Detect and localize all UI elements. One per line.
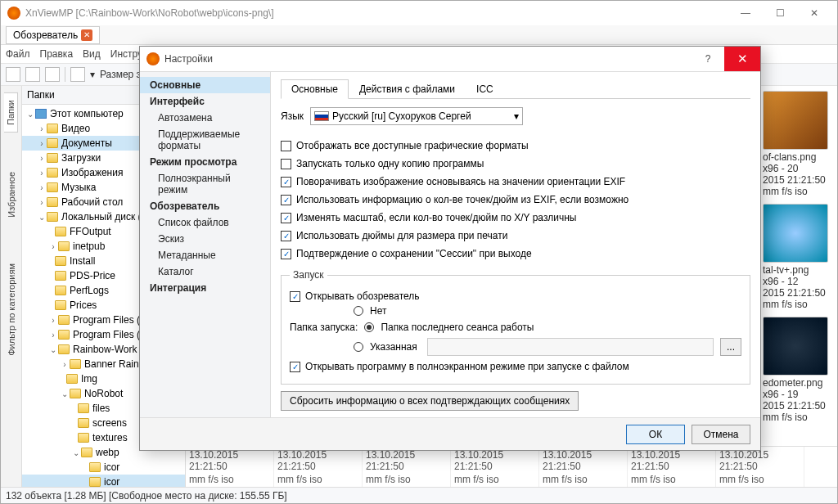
thumbnail-image: [763, 91, 828, 150]
strip-cell[interactable]: 13.10.2015 21:21:50mm f/s iso: [451, 447, 539, 487]
tree-item[interactable]: icor: [22, 475, 185, 487]
vtab-favorites[interactable]: Избранное: [5, 165, 18, 224]
radio-last-folder[interactable]: [364, 322, 374, 332]
startup-folder-label: Папка запуска:: [290, 322, 358, 333]
chevron-down-icon: ▾: [514, 110, 519, 122]
statusbar: 132 объекта [1.28 МБ] [Свободное место н…: [1, 487, 837, 503]
strip-cell[interactable]: 13.10.2015 21:21:50mm f/s iso: [628, 447, 716, 487]
thumbnail-name: edometer.png: [763, 377, 832, 389]
strip-cell[interactable]: 13.10.2015 21:21:50mm f/s iso: [539, 447, 628, 487]
tab-file-actions[interactable]: Действия с файлами: [349, 79, 466, 99]
folder-icon: [55, 271, 66, 281]
startup-legend: Запуск: [290, 269, 327, 281]
folder-icon: [78, 433, 89, 443]
checkbox-fullscreen-launch[interactable]: ✓Открывать программу в полноэкранном реж…: [290, 361, 741, 372]
thumbnail[interactable]: of-clans.png x96 - 20 2015 21:21:50 mm f…: [763, 91, 832, 197]
startup-path-input[interactable]: [427, 338, 714, 356]
folder-icon: [58, 315, 70, 325]
nav-catalog[interactable]: Каталог: [140, 263, 270, 280]
folder-icon: [89, 462, 101, 472]
radio-specified[interactable]: [354, 342, 363, 352]
folder-icon: [47, 124, 58, 133]
toolbar-icon[interactable]: [6, 67, 20, 82]
settings-dialog: Настройки ? ✕ Основные Интерфейс Автозам…: [139, 46, 761, 451]
menu-file[interactable]: Файл: [6, 48, 30, 60]
vtab-filter[interactable]: Фильтр по категориям: [5, 257, 18, 362]
nav-autoreplace[interactable]: Автозамена: [140, 110, 270, 126]
checkbox-open-browser[interactable]: ✓Открывать обозреватель: [290, 290, 741, 302]
folder-icon: [47, 197, 58, 207]
nav-filelist[interactable]: Список файлов: [140, 214, 270, 231]
tab-general[interactable]: Основные: [281, 79, 349, 99]
strip-cell[interactable]: 13.10.2015 21:21:50mm f/s iso: [716, 447, 804, 487]
checkbox-inches[interactable]: ✓Использовать дюймы для размера при печа…: [281, 230, 750, 241]
settings-tabs: Основные Действия с файлами ICC: [281, 79, 750, 99]
thumbnail[interactable]: edometer.png x96 - 19 2015 21:21:50 mm f…: [763, 317, 832, 423]
strip-cell[interactable]: 13.10.2015 21:21:50mm f/s iso: [186, 447, 274, 487]
thumbnail-name: of-clans.png: [763, 151, 832, 163]
toolbar-separator: [65, 67, 65, 82]
tab-close-icon[interactable]: ✕: [81, 29, 92, 41]
vtab-folders[interactable]: Папки: [4, 92, 18, 133]
folder-icon: [66, 374, 78, 384]
folder-icon: [55, 300, 66, 310]
dialog-titlebar: Настройки ? ✕: [140, 47, 760, 71]
folder-icon: [47, 168, 58, 178]
thumbnail[interactable]: tal-tv+.png x96 - 12 2015 21:21:50 mm f/…: [763, 204, 832, 310]
strip-cell[interactable]: 13.10.2015 21:21:50mm f/s iso: [274, 447, 363, 487]
nav-fullscreen[interactable]: Полноэкранный режим: [140, 170, 270, 198]
settings-nav: Основные Интерфейс Автозамена Поддержива…: [140, 72, 271, 417]
tab-browser[interactable]: Обозреватель ✕: [6, 26, 100, 44]
maximize-button[interactable]: ☐: [764, 2, 796, 24]
checkbox-dpi-exif[interactable]: ✓Использовать информацию о кол-ве точек/…: [281, 194, 750, 205]
settings-main: Основные Действия с файлами ICC Язык Рус…: [271, 72, 760, 417]
nav-main[interactable]: Основные: [140, 77, 270, 93]
folder-icon: [70, 359, 81, 369]
thumbnail-exif: mm f/s iso: [763, 186, 832, 197]
reset-confirmations-button[interactable]: Сбросить информацию о всех подтверждающи…: [281, 391, 579, 411]
dialog-footer: ОК Отмена: [140, 417, 760, 450]
tree-item[interactable]: icor: [22, 460, 185, 475]
checkbox-zoom-dpi[interactable]: ✓Изменять масштаб, если кол-во точек/дюй…: [281, 212, 750, 223]
app-icon: [146, 52, 160, 65]
thumbnail-image: [763, 204, 828, 263]
menu-edit[interactable]: Правка: [40, 48, 74, 60]
toolbar-icon[interactable]: [70, 67, 85, 82]
folder-icon: [70, 389, 81, 398]
folder-icon: [78, 403, 89, 413]
checkbox-rotate-exif[interactable]: ✓Поворачивать изображение основываясь на…: [281, 176, 750, 187]
thumbnail-exif: mm f/s iso: [763, 299, 832, 310]
dialog-help-button[interactable]: ?: [692, 53, 724, 65]
window-title: XnViewMP [C:\Rainbow-Work\NoRobot\webp\i…: [25, 7, 729, 19]
thumbnail-date: 2015 21:21:50: [763, 174, 832, 186]
thumbnail-dims: x96 - 20: [763, 163, 832, 174]
strip-cell[interactable]: 13.10.2015 21:21:50mm f/s iso: [363, 447, 451, 487]
nav-thumb[interactable]: Эскиз: [140, 231, 270, 247]
thumbnail-image: [763, 317, 828, 376]
nav-interface[interactable]: Интерфейс: [140, 93, 270, 110]
nav-browser[interactable]: Обозреватель: [140, 198, 270, 214]
checkbox-single-instance[interactable]: Запускать только одну копию программы: [281, 158, 750, 169]
checkbox-confirm-session[interactable]: ✓Подтверждение о сохранении "Сессии" при…: [281, 248, 750, 259]
document-tabbar: Обозреватель ✕: [1, 25, 837, 45]
nav-integration[interactable]: Интеграция: [140, 280, 270, 296]
toolbar-icon[interactable]: [25, 67, 40, 82]
ok-button[interactable]: ОК: [626, 425, 685, 444]
checkbox-all-formats[interactable]: Отображать все доступные графические фор…: [281, 140, 750, 151]
menu-view[interactable]: Вид: [83, 48, 101, 60]
cancel-button[interactable]: Отмена: [692, 425, 750, 444]
minimize-button[interactable]: —: [729, 2, 762, 24]
nav-viewmode[interactable]: Режим просмотра: [140, 154, 270, 170]
nav-formats[interactable]: Поддерживаемые форматы: [140, 126, 270, 154]
folder-icon: [55, 227, 66, 236]
tab-icc[interactable]: ICC: [466, 79, 504, 99]
radio-none[interactable]: [354, 306, 363, 316]
drive-icon: [47, 212, 58, 222]
language-select[interactable]: Русский [ru] Сухоруков Сергей ▾: [310, 107, 523, 125]
nav-metadata[interactable]: Метаданные: [140, 247, 270, 263]
toolbar-icon[interactable]: [45, 67, 60, 82]
browse-button[interactable]: ...: [720, 338, 741, 356]
close-button[interactable]: ✕: [798, 2, 831, 24]
thumbnail-dims: x96 - 12: [763, 276, 832, 287]
dialog-close-button[interactable]: ✕: [724, 47, 760, 71]
